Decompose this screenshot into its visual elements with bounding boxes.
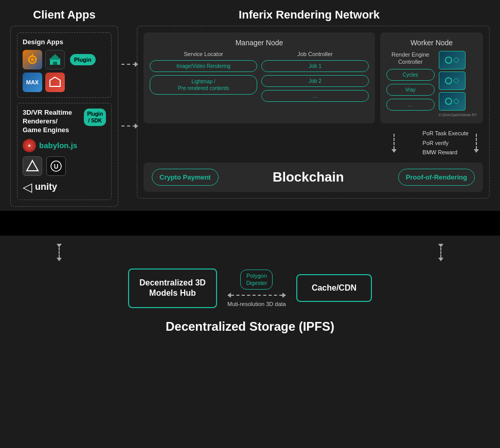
vray-item[interactable]: Vray bbox=[386, 84, 435, 96]
render-engine-title: Render EngineController bbox=[386, 51, 435, 66]
multi-res-label: Muti-resolution 3D data bbox=[227, 301, 286, 307]
top-section: Client Apps Inferix Rendering Network bbox=[0, 0, 500, 22]
polygon-digester-badge[interactable]: PolygonDigester bbox=[240, 270, 273, 290]
crypto-payment-button[interactable]: Crypto Payment bbox=[152, 169, 219, 186]
unity-row: ◁ unity bbox=[23, 180, 106, 194]
right-down-arrow bbox=[438, 244, 443, 261]
panels-row: Design Apps Plugin bbox=[0, 22, 500, 211]
divider-bar bbox=[0, 211, 500, 236]
gpu-card-1 bbox=[439, 51, 466, 69]
cache-cdn-title: Cache/CDN bbox=[312, 283, 356, 293]
cuda-label: CUDA/OptiX/Metal RT bbox=[439, 113, 477, 117]
arrow-right-1 bbox=[121, 62, 138, 67]
models-hub-box: Decentralized 3DModels Hub bbox=[128, 268, 217, 309]
service-item-1[interactable]: Image/Video Rendering bbox=[150, 60, 257, 72]
engines-row: U bbox=[23, 156, 106, 176]
blockchain-title: Blockchain bbox=[225, 169, 392, 185]
connector-arrows bbox=[122, 26, 137, 129]
svg-marker-7 bbox=[27, 160, 38, 171]
sketchup-icon bbox=[45, 73, 65, 92]
realtime-label: 3D/VR RealtimeRenderers/Game Engines bbox=[23, 109, 80, 135]
client-apps-title: Client Apps bbox=[33, 8, 95, 21]
rendering-title-area: Inferix Rendering Network bbox=[129, 8, 490, 22]
job-1[interactable]: Job 1 bbox=[261, 60, 369, 72]
client-apps-panel: Design Apps Plugin bbox=[10, 26, 118, 207]
middle-storage-area: PolygonDigester Muti-resolution 3D data bbox=[227, 270, 286, 307]
blockchain-row: Crypto Payment Blockchain Proof-of-Rende… bbox=[144, 163, 483, 192]
storage-h-arrow bbox=[227, 293, 286, 298]
design-apps-label: Design Apps bbox=[23, 38, 106, 46]
service-locator-title: Service Locator bbox=[150, 51, 257, 57]
storage-row: Decentralized 3DModels Hub PolygonDigest… bbox=[128, 268, 372, 309]
main-container: Client Apps Inferix Rendering Network De… bbox=[0, 0, 500, 448]
design-apps-box: Design Apps Plugin bbox=[17, 32, 112, 98]
worker-node: Worker Node Render EngineController Cycl… bbox=[380, 32, 483, 123]
client-apps-title-area: Client Apps bbox=[10, 8, 118, 22]
svg-point-1 bbox=[31, 58, 34, 61]
job-ellipsis[interactable]: ... bbox=[261, 90, 369, 102]
por-connector-area: PoR Task ExecutePoR verifyBMW Reward bbox=[144, 129, 483, 157]
unreal-icon: U bbox=[46, 156, 66, 176]
unity-label: unity bbox=[35, 182, 57, 192]
worker-node-inner: Render EngineController Cycles Vray ... bbox=[386, 51, 477, 117]
design-apps-row2: MAX bbox=[23, 73, 106, 92]
babylon-row: ● babylon.js bbox=[23, 139, 106, 152]
proof-of-rendering-button[interactable]: Proof-of-Rendering bbox=[398, 169, 475, 186]
svg-text:U: U bbox=[54, 163, 59, 170]
job-2[interactable]: Job 2 bbox=[261, 75, 369, 87]
left-down-arrow bbox=[57, 244, 62, 261]
realtime-header: 3D/VR RealtimeRenderers/Game Engines Plu… bbox=[23, 109, 106, 135]
house3d-icon bbox=[45, 50, 65, 69]
svg-marker-4 bbox=[49, 54, 61, 60]
job-controller-title: Job Controller bbox=[261, 51, 369, 57]
realtime-box: 3D/VR RealtimeRenderers/Game Engines Plu… bbox=[17, 103, 112, 200]
blender-icon bbox=[23, 50, 42, 69]
cache-cdn-box: Cache/CDN bbox=[296, 274, 372, 302]
por-task-text: PoR Task ExecutePoR verifyBMW Reward bbox=[422, 129, 469, 157]
manager-node-inner: Service Locator Image/Video Rendering Li… bbox=[150, 51, 369, 102]
max3ds-icon: MAX bbox=[23, 73, 42, 92]
nodes-row: Manager Node Service Locator Image/Video… bbox=[144, 32, 483, 123]
svg-rect-5 bbox=[53, 62, 57, 65]
gpu-card-2 bbox=[439, 71, 466, 90]
service-locator: Service Locator Image/Video Rendering Li… bbox=[150, 51, 257, 102]
worker-down-arrow bbox=[474, 134, 479, 153]
cycles-item[interactable]: Cycles bbox=[386, 69, 435, 81]
worker-node-title: Worker Node bbox=[386, 39, 477, 47]
arrow-right-2 bbox=[121, 123, 138, 129]
design-apps-row1: Plugin bbox=[23, 50, 106, 69]
babylon-label: babylon.js bbox=[39, 141, 77, 150]
bottom-down-arrows bbox=[15, 244, 485, 261]
rendering-network-title: Inferix Rendering Network bbox=[239, 8, 380, 21]
manager-node: Manager Node Service Locator Image/Video… bbox=[144, 32, 375, 123]
render-engine-controller: Render EngineController Cycles Vray ... bbox=[386, 51, 435, 117]
service-item-2[interactable]: Lightmap /Pre rendered contents bbox=[150, 75, 257, 95]
threejs-icon bbox=[23, 156, 42, 176]
babylon-icon: ● bbox=[23, 139, 36, 152]
models-hub-title: Decentralized 3DModels Hub bbox=[139, 278, 206, 299]
gpu-card-3 bbox=[439, 92, 466, 111]
decentralized-storage-title: Decentralized Storage (IPFS) bbox=[166, 319, 334, 334]
manager-node-title: Manager Node bbox=[150, 39, 369, 47]
plugin-sdk-badge[interactable]: Plugin/ SDK bbox=[84, 109, 106, 126]
render-ellipsis[interactable]: ... bbox=[386, 99, 435, 111]
svg-marker-6 bbox=[50, 77, 60, 86]
job-controller: Job Controller Job 1 Job 2 ... bbox=[261, 51, 369, 102]
unity-icon: ◁ bbox=[23, 180, 32, 194]
bottom-section: Decentralized 3DModels Hub PolygonDigest… bbox=[0, 236, 500, 347]
manager-down-arrow bbox=[391, 134, 397, 153]
rendering-network-panel: Manager Node Service Locator Image/Video… bbox=[137, 26, 490, 199]
gpu-stack: CUDA/OptiX/Metal RT bbox=[439, 51, 477, 117]
plugin-badge[interactable]: Plugin bbox=[70, 54, 96, 65]
